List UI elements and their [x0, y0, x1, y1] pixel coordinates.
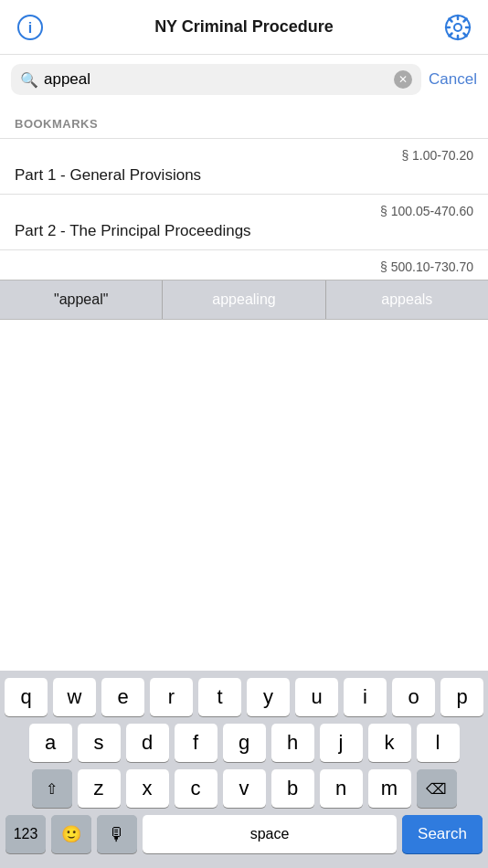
key-o[interactable]: o	[392, 678, 435, 716]
key-r[interactable]: r	[150, 678, 193, 716]
emoji-key[interactable]: 🙂	[51, 815, 91, 853]
search-input[interactable]	[44, 70, 388, 89]
key-e[interactable]: e	[101, 678, 144, 716]
autocomplete-label: appealing	[212, 291, 275, 308]
key-s[interactable]: s	[78, 724, 121, 762]
clear-button[interactable]: ✕	[394, 70, 412, 89]
key-l[interactable]: l	[417, 724, 460, 762]
svg-line-9	[464, 33, 467, 36]
content-area: BOOKMARKS § 1.00-70.20 Part 1 - General …	[0, 104, 488, 280]
shift-key[interactable]: ⇧	[32, 769, 72, 808]
key-u[interactable]: u	[295, 678, 338, 716]
keyboard: q w e r t y u i o p a s d f g h j k l ⇧ …	[0, 671, 488, 868]
key-k[interactable]: k	[368, 724, 411, 762]
bookmarks-section-header: BOOKMARKS	[0, 104, 488, 138]
bookmark-title: Part 2 - The Principal Proceedings	[15, 222, 473, 240]
key-d[interactable]: d	[126, 724, 169, 762]
partial-bookmark-item[interactable]: § 500.10-730.70	[0, 249, 488, 280]
key-q[interactable]: q	[5, 678, 48, 716]
key-a[interactable]: a	[29, 724, 72, 762]
page-title: NY Criminal Procedure	[46, 17, 442, 37]
key-z[interactable]: z	[78, 769, 121, 808]
key-h[interactable]: h	[271, 724, 314, 762]
svg-point-2	[454, 24, 461, 31]
key-b[interactable]: b	[271, 769, 314, 808]
keyboard-row-2: a s d f g h j k l	[3, 724, 485, 762]
numbers-key[interactable]: 123	[5, 815, 46, 853]
key-v[interactable]: v	[223, 769, 266, 808]
search-input-wrapper[interactable]: 🔍 ✕	[11, 64, 421, 95]
key-m[interactable]: m	[368, 769, 411, 808]
search-icon: 🔍	[20, 71, 38, 89]
space-key[interactable]: space	[143, 815, 397, 853]
svg-line-8	[450, 18, 452, 21]
autocomplete-label: appeals	[381, 291, 432, 308]
cancel-button[interactable]: Cancel	[429, 70, 477, 89]
key-g[interactable]: g	[223, 724, 266, 762]
autocomplete-label: "appeal"	[54, 291, 108, 308]
autocomplete-item-appeals[interactable]: appeals	[326, 281, 488, 319]
key-f[interactable]: f	[175, 724, 217, 762]
keyboard-row-1: q w e r t y u i o p	[3, 678, 485, 716]
key-x[interactable]: x	[126, 769, 169, 808]
backspace-key[interactable]: ⌫	[417, 769, 457, 808]
autocomplete-bar: "appeal" appealing appeals	[0, 280, 488, 320]
settings-button[interactable]	[442, 12, 473, 43]
svg-text:i: i	[28, 20, 32, 36]
svg-line-11	[450, 33, 452, 36]
search-bar: 🔍 ✕ Cancel	[0, 55, 488, 104]
key-c[interactable]: c	[175, 769, 217, 808]
key-y[interactable]: y	[247, 678, 290, 716]
bookmark-title: Part 1 - General Provisions	[15, 166, 473, 185]
header: i NY Criminal Procedure	[0, 0, 488, 55]
search-key[interactable]: Search	[402, 815, 483, 853]
key-w[interactable]: w	[53, 678, 96, 716]
key-i[interactable]: i	[344, 678, 387, 716]
bookmark-item[interactable]: § 100.05-470.60 Part 2 - The Principal P…	[0, 194, 488, 249]
svg-line-10	[464, 18, 467, 21]
key-n[interactable]: n	[320, 769, 363, 808]
bookmark-range: § 100.05-470.60	[15, 204, 473, 218]
key-t[interactable]: t	[198, 678, 241, 716]
info-button[interactable]: i	[15, 12, 46, 43]
mic-key[interactable]: 🎙	[97, 815, 137, 853]
bookmark-range: § 1.00-70.20	[15, 148, 473, 163]
keyboard-row-3: ⇧ z x c v b n m ⌫	[3, 769, 485, 808]
autocomplete-item-appealing[interactable]: appealing	[163, 281, 325, 319]
key-p[interactable]: p	[440, 678, 483, 716]
key-j[interactable]: j	[320, 724, 363, 762]
autocomplete-item-quoted[interactable]: "appeal"	[0, 281, 163, 319]
keyboard-row-4: 123 🙂 🎙 space Search	[3, 815, 485, 853]
bookmark-item[interactable]: § 1.00-70.20 Part 1 - General Provisions	[0, 138, 488, 194]
partial-bookmark-range: § 500.10-730.70	[15, 259, 473, 274]
